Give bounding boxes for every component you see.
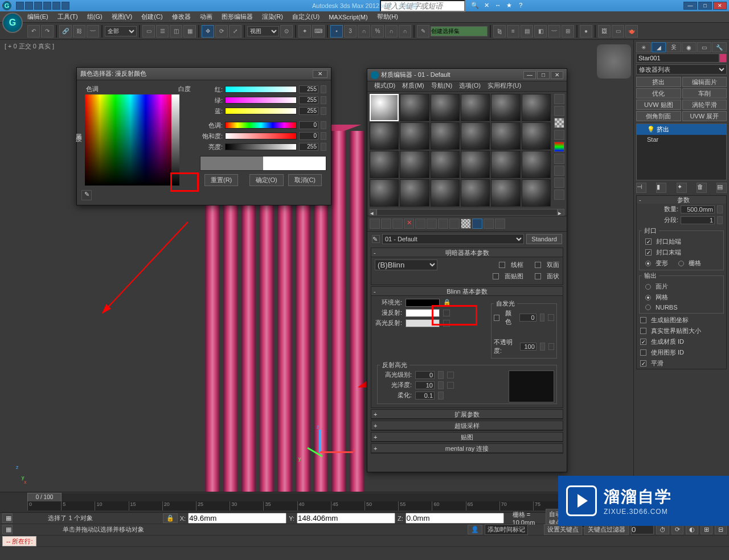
material-slot[interactable]: [522, 179, 551, 207]
soften-value[interactable]: 0.1: [415, 392, 435, 400]
viewport-label[interactable]: [ + 0 正交 0 真实 ]: [5, 42, 54, 51]
named-sel-editor-icon[interactable]: ✎: [417, 25, 429, 38]
ok-button[interactable]: 确定(O): [249, 174, 284, 186]
red-value[interactable]: 255: [299, 85, 318, 93]
material-slot[interactable]: [370, 151, 399, 178]
unlink-icon[interactable]: ⛓: [73, 25, 85, 38]
go-parent-icon[interactable]: [484, 219, 494, 229]
material-name-field[interactable]: 01 - Default: [382, 234, 524, 244]
val-value[interactable]: 255: [299, 143, 318, 151]
value-slider[interactable]: [171, 94, 179, 186]
ambient-color-swatch[interactable]: [406, 299, 440, 307]
put-to-scene-icon[interactable]: [381, 219, 391, 229]
blue-value[interactable]: 255: [299, 107, 318, 115]
blue-slider[interactable]: [225, 108, 297, 114]
segments-spinner[interactable]: [717, 216, 723, 224]
stack-item-star[interactable]: Star: [637, 135, 726, 144]
green-slider[interactable]: [225, 97, 297, 104]
material-slot[interactable]: [491, 151, 520, 178]
render-setup-icon[interactable]: 🖼: [598, 25, 611, 38]
angle-snap-icon[interactable]: 3: [344, 25, 357, 38]
close-button[interactable]: ✕: [713, 2, 727, 10]
use-shape-checkbox[interactable]: [640, 349, 646, 356]
wire-checkbox[interactable]: [499, 262, 505, 268]
menu-rendering[interactable]: 渲染(R): [257, 13, 288, 21]
modifier-set-editpatch[interactable]: 编辑面片: [682, 77, 727, 87]
mat-menu-mode[interactable]: 模式(D): [371, 81, 399, 91]
cap-end-checkbox[interactable]: [645, 249, 652, 256]
cancel-button[interactable]: 取消(C): [288, 174, 322, 186]
gen-map-checkbox[interactable]: [640, 317, 646, 323]
opacity-map-button[interactable]: [548, 343, 554, 350]
shader-select[interactable]: (B)Blinn: [375, 260, 437, 270]
pick-mat-icon[interactable]: ✎: [372, 235, 380, 243]
select-icon[interactable]: ▭: [142, 25, 155, 38]
maxscript-mini-listener[interactable]: -- 所在行:: [2, 536, 36, 546]
qat-open-icon[interactable]: [25, 2, 33, 10]
display-tab-icon[interactable]: ▭: [697, 42, 712, 52]
rollout-ext-params[interactable]: +扩展参数: [371, 410, 563, 419]
spinner-snap-icon[interactable]: %: [371, 25, 384, 38]
opacity-value[interactable]: 100: [520, 343, 536, 351]
rollout-mental-ray[interactable]: +mental ray 连接: [371, 444, 563, 453]
opacity-spinner[interactable]: [540, 343, 545, 351]
lock-selection-icon[interactable]: 🔒: [163, 513, 178, 523]
add-time-tag[interactable]: 添加时间标记: [485, 524, 528, 535]
spec-level-map-button[interactable]: [447, 372, 454, 378]
nurbs-radio[interactable]: [645, 304, 651, 310]
hierarchy-tab-icon[interactable]: 옷: [666, 42, 681, 52]
modifier-set-turbosmooth[interactable]: 涡轮平滑: [682, 100, 727, 110]
current-frame-field[interactable]: [631, 525, 654, 534]
trackbar-toggle-icon[interactable]: ▦: [2, 525, 13, 534]
menu-graph-editors[interactable]: 图形编辑器: [217, 13, 257, 21]
sat-spinner[interactable]: [321, 132, 326, 140]
material-slot[interactable]: [431, 151, 460, 178]
menu-customize[interactable]: 自定义(U): [288, 13, 324, 21]
material-slot[interactable]: [491, 122, 520, 150]
go-sibling-icon[interactable]: [495, 219, 505, 229]
material-slot[interactable]: [400, 122, 429, 150]
amount-value[interactable]: 500.0mm: [681, 205, 715, 213]
blue-spinner[interactable]: [321, 107, 326, 115]
percent-snap-icon[interactable]: ∩: [358, 25, 370, 38]
pivot-icon[interactable]: ⊙: [280, 25, 293, 38]
morph-radio[interactable]: [645, 261, 651, 266]
hue-value[interactable]: 0: [299, 121, 318, 129]
application-button[interactable]: G: [2, 13, 23, 33]
snap-toggle-icon[interactable]: ▪: [330, 25, 343, 38]
mat-minimize-button[interactable]: —: [523, 71, 536, 79]
face-map-checkbox[interactable]: [493, 273, 499, 279]
make-copy-icon[interactable]: [415, 219, 425, 229]
color-picker-close-button[interactable]: ✕: [313, 70, 327, 78]
mat-map-nav-icon[interactable]: [554, 190, 564, 200]
window-crossing-icon[interactable]: ▦: [183, 25, 196, 38]
select-by-name-icon[interactable]: ☰: [156, 25, 169, 38]
isolate-icon[interactable]: 👤: [468, 525, 482, 534]
mesh-radio[interactable]: [645, 295, 651, 300]
mat-menu-utilities[interactable]: 实用程序(U): [484, 81, 525, 91]
material-slot[interactable]: [400, 179, 429, 207]
red-spinner[interactable]: [321, 85, 326, 93]
gloss-value[interactable]: 10: [415, 381, 435, 389]
faceted-checkbox[interactable]: [535, 273, 541, 279]
mat-id-icon[interactable]: [449, 219, 460, 229]
manipulate-icon[interactable]: ✦: [298, 25, 311, 38]
modifier-set-optimize[interactable]: 优化: [636, 88, 681, 98]
graphite-icon[interactable]: ◧: [534, 25, 547, 38]
material-slot[interactable]: [461, 179, 490, 207]
qat-new-icon[interactable]: [16, 2, 24, 10]
curve-editor-icon[interactable]: 〰: [548, 25, 560, 38]
menu-group[interactable]: 组(G): [83, 13, 107, 21]
eyedropper-icon[interactable]: ✎: [81, 190, 92, 200]
material-slot-1[interactable]: [370, 94, 399, 121]
time-config-icon[interactable]: ⏱: [656, 525, 669, 534]
material-slot[interactable]: [400, 94, 429, 121]
cap-start-checkbox[interactable]: [645, 238, 652, 245]
rollout-maps[interactable]: +贴图: [371, 433, 563, 442]
mirror-icon[interactable]: ⧎: [493, 25, 506, 38]
put-to-lib-icon[interactable]: [438, 219, 448, 229]
favorite-icon[interactable]: ★: [505, 2, 513, 10]
amount-spinner[interactable]: [717, 205, 723, 213]
gloss-spinner[interactable]: [438, 381, 444, 389]
layer-manager-icon[interactable]: ▤: [521, 25, 533, 38]
